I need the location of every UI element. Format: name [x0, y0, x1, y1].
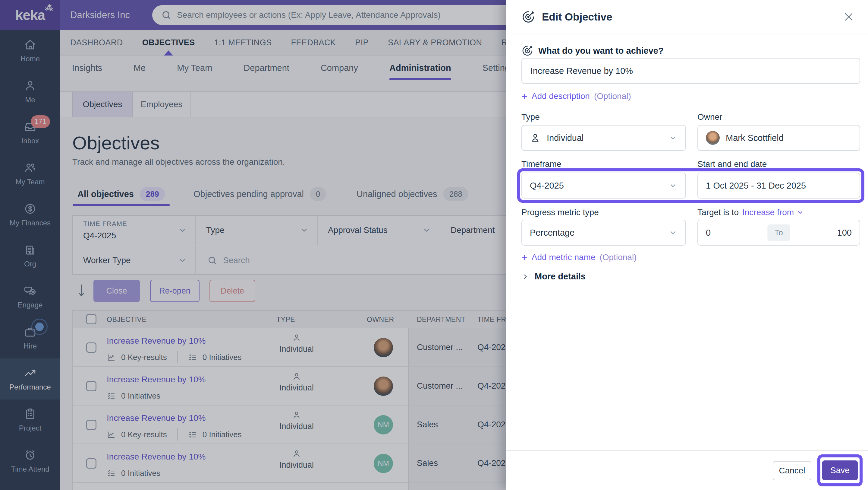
owner-avatar[interactable]	[374, 338, 393, 357]
sidebar-item-my-team[interactable]: My Team	[0, 153, 60, 194]
add-description-link[interactable]: + Add description (Optional)	[521, 91, 631, 102]
objective-link[interactable]: Increase Revenue by 10%	[107, 413, 206, 423]
owner-avatar[interactable]	[374, 377, 393, 396]
date-label: Start and end date	[698, 159, 767, 169]
table-search[interactable]	[196, 246, 404, 275]
alarm-clock-icon	[24, 449, 36, 461]
tab-objectives[interactable]: OBJECTIVES	[142, 30, 195, 55]
target-to-input[interactable]	[809, 220, 852, 245]
tab-pending-approval[interactable]: Objectives pending approval 0	[193, 184, 326, 204]
table-search-input[interactable]	[223, 256, 404, 265]
row-checkbox[interactable]	[86, 458, 96, 468]
page-subtitle: Track and manage all objectives across t…	[72, 157, 285, 167]
logo-spark-icon: ⁂	[44, 3, 53, 13]
row-checkbox[interactable]	[86, 342, 96, 353]
sidebar-item-performance[interactable]: Performance	[0, 358, 60, 400]
add-metric-name-link[interactable]: + Add metric name (Optional)	[521, 252, 637, 262]
bulk-actions: Close Re-open Delete	[72, 280, 255, 302]
subtab-me[interactable]: Me	[133, 56, 146, 80]
chevron-down-icon	[422, 226, 431, 235]
sidebar-item-my-finances[interactable]: My Finances	[0, 194, 60, 235]
sidebar-item-home[interactable]: Home	[0, 30, 60, 71]
chevron-down-icon	[796, 208, 804, 217]
filter-worker-type[interactable]: Worker Type	[73, 246, 196, 275]
subtab-company[interactable]: Company	[321, 56, 358, 80]
search-icon	[161, 10, 172, 20]
dollar-circle-icon	[24, 202, 36, 215]
target-range-field: To	[698, 220, 860, 246]
objective-link[interactable]: Increase Revenue by 10%	[107, 452, 206, 462]
toggle-objectives[interactable]: Objectives	[72, 92, 133, 117]
chevron-down-icon	[669, 228, 678, 237]
tab-unaligned-objectives[interactable]: Unaligned objectives 288	[356, 184, 468, 204]
individual-icon	[292, 410, 301, 420]
objective-target-icon	[521, 10, 535, 24]
subtab-administration[interactable]: Administration	[390, 56, 451, 80]
sidebar-item-engage[interactable]: Engage	[0, 277, 60, 317]
filter-type[interactable]: Type	[196, 216, 318, 245]
panel-title: Edit Objective	[542, 11, 612, 23]
tab-all-objectives[interactable]: All objectives 289	[78, 184, 165, 204]
subtab-my-team[interactable]: My Team	[177, 56, 212, 80]
sidebar-item-inbox[interactable]: 171 Inbox	[0, 112, 60, 153]
timeframe-label: Timeframe	[521, 159, 561, 169]
tab-pip[interactable]: PIP	[355, 30, 369, 55]
type-select[interactable]: Individual	[521, 125, 686, 151]
sidebar-item-hire[interactable]: Hire	[0, 317, 60, 358]
tab-feedback[interactable]: FEEDBACK	[291, 30, 336, 55]
sidebar-item-org[interactable]: Org	[0, 235, 60, 277]
subtab-insights[interactable]: Insights	[72, 56, 102, 80]
more-details-toggle[interactable]: More details	[521, 271, 586, 282]
chevron-down-icon	[178, 226, 187, 235]
save-button[interactable]: Save	[822, 460, 858, 480]
toggle-employees[interactable]: Employees	[133, 92, 190, 117]
individual-icon	[292, 449, 301, 459]
close-icon[interactable]	[843, 11, 855, 23]
row-checkbox[interactable]	[86, 420, 96, 430]
delete-button[interactable]: Delete	[210, 280, 255, 302]
close-objectives-button[interactable]: Close	[93, 280, 140, 302]
sidebar-item-project[interactable]: Project	[0, 400, 60, 440]
edit-objective-panel: Edit Objective What do you want to achie…	[506, 0, 868, 490]
timeframe-select[interactable]: Q4-2025	[521, 173, 686, 199]
select-all-checkbox[interactable]	[86, 314, 96, 324]
initiatives-icon	[107, 468, 116, 478]
owner-avatar[interactable]: NM	[374, 454, 393, 473]
tab-salary-promotion[interactable]: SALARY & PROMOTION	[388, 30, 482, 55]
plus-icon: +	[521, 91, 527, 102]
tab-1-1-meetings[interactable]: 1:1 MEETINGS	[214, 30, 272, 55]
hire-status-dot	[31, 319, 48, 335]
owner-avatar[interactable]: NM	[374, 415, 393, 434]
sidebar-item-me[interactable]: Me	[0, 71, 60, 112]
objective-link[interactable]: Increase Revenue by 10%	[107, 336, 206, 346]
metric-type-select[interactable]: Percentage	[521, 220, 686, 246]
count-badge: 0	[310, 187, 326, 201]
key-results-icon	[107, 353, 116, 362]
subtab-department[interactable]: Department	[244, 56, 289, 80]
cancel-button[interactable]: Cancel	[773, 461, 811, 480]
trend-up-icon	[24, 367, 36, 379]
target-from-input[interactable]	[706, 220, 748, 245]
target-mode-dropdown[interactable]: Increase from	[742, 208, 804, 217]
filter-timeframe[interactable]: TIME FRAME Q4-2025	[73, 216, 196, 245]
chevron-down-icon	[178, 256, 187, 265]
count-badge: 288	[443, 187, 468, 201]
tab-dashboard[interactable]: DASHBOARD	[70, 30, 123, 55]
filter-approval-status[interactable]: Approval Status	[318, 216, 440, 245]
panel-header: Edit Objective	[506, 0, 868, 34]
owner-label: Owner	[698, 112, 722, 122]
engage-chat-icon	[24, 285, 36, 297]
row-checkbox[interactable]	[86, 381, 96, 391]
owner-select[interactable]: Mark Scottfield	[698, 125, 860, 151]
target-label-row: Target is to Increase from	[698, 208, 804, 217]
sidebar-item-time-attend[interactable]: Time Attend	[0, 440, 60, 482]
objective-title-input[interactable]	[521, 58, 860, 84]
home-icon	[24, 38, 36, 51]
sort-down-icon[interactable]	[72, 284, 90, 298]
sidebar: Home Me 171 Inbox My Team My Finances Or…	[0, 30, 60, 490]
keka-logo[interactable]: keka⁂	[0, 0, 60, 30]
objective-link[interactable]: Increase Revenue by 10%	[107, 375, 206, 384]
reopen-button[interactable]: Re-open	[150, 280, 199, 302]
owner-avatar	[706, 131, 720, 145]
date-range-field[interactable]: 1 Oct 2025 - 31 Dec 2025	[698, 173, 860, 199]
